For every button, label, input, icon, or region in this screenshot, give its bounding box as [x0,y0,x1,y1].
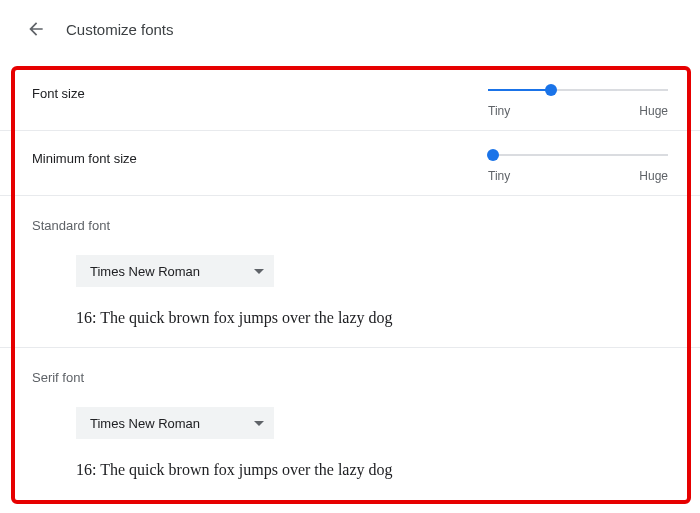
font-size-slider[interactable] [488,84,668,96]
font-size-label: Font size [32,84,488,101]
serif-font-dropdown[interactable]: Times New Roman [76,407,274,439]
standard-font-title: Standard font [32,218,668,233]
slider-track-bg [488,154,668,156]
serif-font-preview: 16: The quick brown fox jumps over the l… [76,461,668,485]
chevron-down-icon [254,421,264,426]
min-font-size-label: Minimum font size [32,149,488,166]
standard-font-dropdown[interactable]: Times New Roman [76,255,274,287]
serif-font-selected: Times New Roman [90,416,200,431]
min-font-size-min-label: Tiny [488,169,510,183]
min-font-size-slider-labels: Tiny Huge [488,169,668,183]
font-size-min-label: Tiny [488,104,510,118]
back-arrow-icon[interactable] [26,19,46,39]
font-size-slider-labels: Tiny Huge [488,104,668,118]
slider-thumb[interactable] [487,149,499,161]
header: Customize fonts [0,0,700,58]
min-font-size-slider-area: Tiny Huge [488,149,668,183]
font-size-max-label: Huge [639,104,668,118]
page-title: Customize fonts [66,21,174,38]
font-size-row: Font size Tiny Huge [0,66,700,131]
serif-font-title: Serif font [32,370,668,385]
serif-font-section: Serif font Times New Roman 16: The quick… [0,348,700,499]
standard-font-section: Standard font Times New Roman 16: The qu… [0,196,700,348]
slider-track-fill [488,89,551,91]
standard-font-preview: 16: The quick brown fox jumps over the l… [76,309,668,333]
standard-font-selected: Times New Roman [90,264,200,279]
min-font-size-row: Minimum font size Tiny Huge [0,131,700,196]
min-font-size-slider[interactable] [488,149,668,161]
min-font-size-max-label: Huge [639,169,668,183]
font-size-slider-area: Tiny Huge [488,84,668,118]
chevron-down-icon [254,269,264,274]
content: Font size Tiny Huge Minimum font size Ti… [0,58,700,499]
slider-thumb[interactable] [545,84,557,96]
